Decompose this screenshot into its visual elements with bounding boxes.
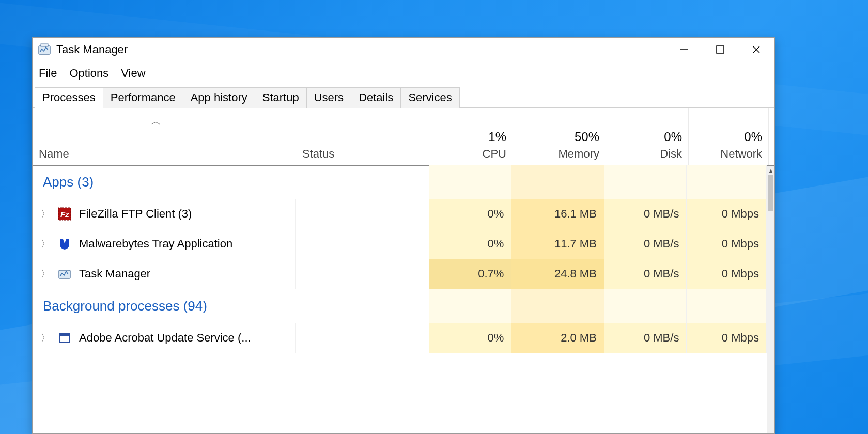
process-disk: 0 MB/s [605, 323, 687, 353]
process-network: 0 Mbps [687, 229, 767, 259]
process-row[interactable]: 〉 Fz FileZilla FTP Client (3) 0% 16.1 MB… [33, 199, 767, 229]
sort-ascending-icon: ︿ [151, 115, 161, 128]
column-cpu-label: CPU [437, 147, 506, 161]
tab-processes[interactable]: Processes [35, 87, 103, 108]
tab-performance[interactable]: Performance [103, 87, 183, 108]
close-button[interactable] [738, 38, 774, 61]
filezilla-icon: Fz [57, 207, 72, 221]
group-apps-label: Apps (3) [33, 165, 429, 199]
process-memory: 2.0 MB [512, 323, 605, 353]
scroll-thumb[interactable] [768, 175, 773, 211]
svg-rect-1 [41, 44, 48, 47]
tab-services[interactable]: Services [401, 87, 459, 108]
process-disk: 0 MB/s [605, 199, 687, 229]
process-network: 0 Mbps [687, 259, 767, 289]
process-name: FileZilla FTP Client (3) [79, 207, 192, 221]
process-rows: Apps (3) 〉 Fz FileZilla FTP Client (3) 0… [33, 165, 767, 433]
process-memory: 24.8 MB [512, 259, 605, 289]
process-row[interactable]: 〉 Malwarebytes Tray Application 0% 11.7 … [33, 229, 767, 259]
window-controls [666, 38, 774, 61]
menu-view[interactable]: View [121, 67, 145, 80]
vertical-scrollbar[interactable]: ▲ [767, 166, 774, 433]
expand-icon[interactable]: 〉 [41, 238, 50, 250]
group-background-label: Background processes (94) [33, 289, 429, 323]
process-disk: 0 MB/s [605, 259, 687, 289]
group-background[interactable]: Background processes (94) [33, 289, 767, 323]
process-name: Adobe Acrobat Update Service (... [79, 331, 251, 345]
process-cpu: 0% [429, 323, 512, 353]
window-title: Task Manager [56, 43, 128, 56]
maximize-button[interactable] [702, 38, 738, 61]
expand-icon[interactable]: 〉 [41, 268, 50, 280]
process-table: ︿ Name Status 1% CPU 50% Memory 0% Disk … [33, 108, 774, 433]
tab-app-history[interactable]: App history [183, 87, 255, 108]
column-memory[interactable]: 50% Memory [513, 108, 606, 165]
tab-startup[interactable]: Startup [255, 87, 307, 108]
column-network[interactable]: 0% Network [689, 108, 769, 165]
column-status-label: Status [302, 147, 424, 161]
tab-users[interactable]: Users [307, 87, 351, 108]
memory-total-pct: 50% [519, 130, 599, 144]
process-row[interactable]: 〉 Adobe Acrobat Update Service (... 0% 2… [33, 323, 767, 353]
menu-options[interactable]: Options [69, 67, 109, 80]
process-network: 0 Mbps [687, 323, 767, 353]
expand-icon[interactable]: 〉 [41, 208, 50, 220]
network-total-pct: 0% [695, 130, 762, 144]
process-cpu: 0.7% [429, 259, 512, 289]
group-apps[interactable]: Apps (3) [33, 165, 767, 199]
column-headers: ︿ Name Status 1% CPU 50% Memory 0% Disk … [33, 108, 774, 166]
generic-window-icon [57, 331, 72, 345]
malwarebytes-icon [57, 237, 72, 251]
process-memory: 11.7 MB [512, 229, 605, 259]
task-manager-window: Task Manager File Options View Processes… [32, 37, 775, 434]
svg-rect-3 [717, 46, 724, 53]
menu-file[interactable]: File [39, 67, 57, 80]
svg-rect-10 [59, 333, 70, 336]
process-disk: 0 MB/s [605, 229, 687, 259]
tabstrip: Processes Performance App history Startu… [33, 87, 774, 108]
task-manager-icon [38, 43, 51, 56]
minimize-button[interactable] [666, 38, 702, 61]
svg-text:Fz: Fz [60, 210, 69, 219]
process-cpu: 0% [429, 229, 512, 259]
task-manager-icon [57, 267, 72, 281]
process-name: Task Manager [79, 267, 150, 281]
process-memory: 16.1 MB [512, 199, 605, 229]
column-disk[interactable]: 0% Disk [606, 108, 689, 165]
scroll-up-icon[interactable]: ▲ [767, 166, 774, 175]
column-network-label: Network [695, 147, 762, 161]
column-memory-label: Memory [519, 147, 599, 161]
disk-total-pct: 0% [612, 130, 682, 144]
column-name-label: Name [39, 147, 289, 161]
column-disk-label: Disk [612, 147, 682, 161]
cpu-total-pct: 1% [437, 130, 506, 144]
expand-icon[interactable]: 〉 [41, 332, 50, 344]
process-name: Malwarebytes Tray Application [79, 237, 233, 251]
titlebar[interactable]: Task Manager [33, 38, 774, 61]
process-network: 0 Mbps [687, 199, 767, 229]
column-status[interactable]: Status [296, 108, 430, 165]
column-name[interactable]: ︿ Name [33, 108, 296, 165]
process-row[interactable]: 〉 Task Manager 0.7% 24.8 MB 0 MB/s 0 Mbp… [33, 259, 767, 289]
process-cpu: 0% [429, 199, 512, 229]
tab-details[interactable]: Details [351, 87, 401, 108]
column-cpu[interactable]: 1% CPU [430, 108, 513, 165]
menubar: File Options View [33, 61, 774, 87]
